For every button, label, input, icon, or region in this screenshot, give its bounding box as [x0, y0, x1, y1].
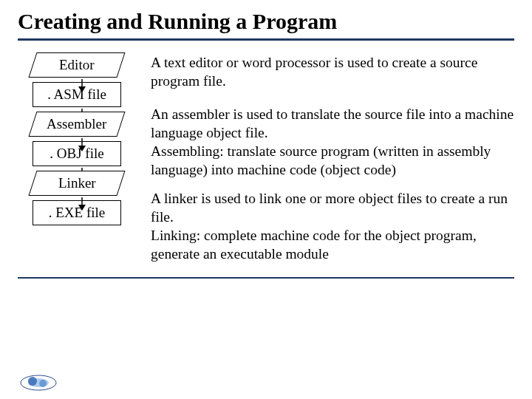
svg-point-13: [39, 380, 47, 387]
process-label: Assembler: [47, 116, 106, 132]
desc-linker: A linker is used to link one or more obj…: [151, 190, 514, 264]
svg-marker-5: [78, 146, 86, 151]
process-linker: Linker: [28, 171, 125, 196]
svg-marker-1: [78, 86, 86, 92]
svg-point-12: [28, 377, 37, 386]
description-column: A text editor or word processor is used …: [151, 52, 514, 270]
logo-icon: [18, 372, 59, 393]
content-grid: Editor . ASM file Assembler . OBJ file: [18, 52, 514, 270]
svg-marker-9: [78, 205, 86, 211]
process-editor: Editor: [28, 52, 125, 78]
title-rule: [18, 38, 514, 41]
desc-assembler: An assembler is used to translate the so…: [151, 106, 514, 180]
process-assembler: Assembler: [28, 112, 125, 137]
footer-rule: [18, 277, 514, 279]
desc-editor: A text editor or word processor is used …: [151, 54, 514, 91]
process-label: Editor: [59, 57, 95, 73]
flow-column: Editor . ASM file Assembler . OBJ file: [18, 52, 136, 270]
process-label: Linker: [58, 175, 96, 191]
page-title: Creating and Running a Program: [18, 9, 514, 34]
